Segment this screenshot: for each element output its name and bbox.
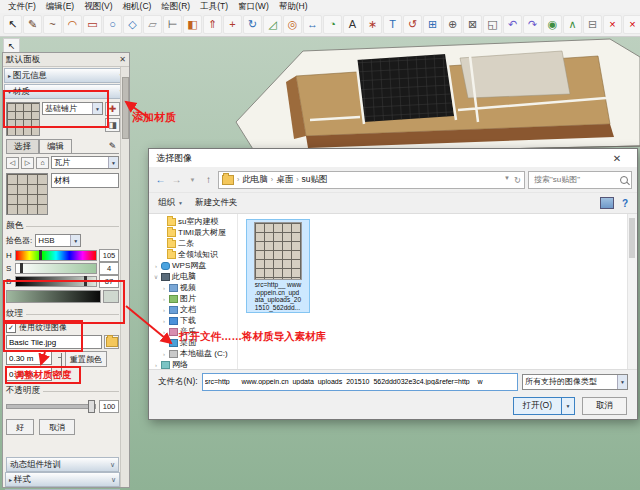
breadcrumb-desktop[interactable]: 桌面 — [276, 174, 293, 186]
menu-item[interactable]: 视图(V) — [79, 1, 117, 13]
axes-tool-icon[interactable]: ∗ — [363, 15, 382, 34]
rectangle-tool-icon[interactable]: ▭ — [83, 15, 102, 34]
walk-tool-icon[interactable]: ∧ — [563, 15, 582, 34]
opacity-slider-thumb[interactable] — [88, 400, 95, 413]
expander-icon[interactable]: ∨ — [153, 273, 159, 280]
section-header-materials[interactable]: ▾ 材质 ∨ — [4, 84, 128, 99]
dialog-cancel-button[interactable]: 取消 — [582, 397, 627, 415]
back-arrow-icon[interactable]: ◁ — [6, 157, 19, 169]
texture-height-input[interactable] — [6, 367, 52, 381]
menu-item[interactable]: 相机(C) — [118, 1, 157, 13]
section-header-entity-info[interactable]: ▸ 图元信息 ∨ — [4, 68, 128, 83]
expander-icon[interactable]: › — [153, 263, 159, 269]
arc-tool-icon[interactable]: ◠ — [63, 15, 82, 34]
menu-item[interactable]: 帮助(H) — [274, 1, 313, 13]
move-tool-icon[interactable]: + — [223, 15, 242, 34]
color-slider-value[interactable]: 105 — [99, 249, 119, 262]
circle-tool-icon[interactable]: ○ — [103, 15, 122, 34]
tree-item[interactable]: › 下载 — [149, 315, 237, 326]
color-slider-track[interactable] — [15, 250, 97, 261]
tree-item[interactable]: ∨ 此电脑 — [149, 271, 237, 282]
3d-text-tool-icon[interactable]: T — [383, 15, 402, 34]
texture-preview-swatch[interactable] — [6, 173, 48, 215]
tree-item[interactable]: › 图片 — [149, 293, 237, 304]
tab-edit[interactable]: 编辑 — [39, 139, 72, 153]
menu-item[interactable]: 窗口(W) — [233, 1, 274, 13]
paint-bucket-tool-icon[interactable]: ◧ — [183, 15, 202, 34]
secondary-pane-button[interactable]: ◨ — [105, 118, 120, 132]
aspect-ratio-link-icon[interactable] — [55, 353, 62, 377]
back-nav-icon[interactable]: ← — [154, 173, 167, 187]
color-slider-value[interactable]: 4 — [99, 262, 119, 275]
slider-thumb[interactable] — [20, 263, 23, 273]
menu-item[interactable]: 工具(T) — [195, 1, 233, 13]
push-pull-tool-icon[interactable]: ⇑ — [203, 15, 222, 34]
tape-measure-tool-icon[interactable]: ⊢ — [163, 15, 182, 34]
freehand-tool-icon[interactable]: ~ — [43, 15, 62, 34]
text-tool-icon[interactable]: A — [343, 15, 362, 34]
reset-color-button[interactable]: 重置颜色 — [65, 351, 107, 367]
open-split-arrow-icon[interactable]: ▼ — [561, 398, 574, 414]
polygon-tool-icon[interactable]: ◇ — [123, 15, 142, 34]
material-name-field[interactable] — [51, 173, 119, 188]
search-input[interactable] — [532, 174, 616, 185]
filename-input[interactable] — [202, 373, 518, 391]
home-icon[interactable]: ⌂ — [36, 157, 49, 169]
sample-paint-eyedropper-icon[interactable]: ✎ — [106, 139, 119, 153]
plugin-close-icon-2[interactable]: × — [623, 15, 640, 34]
address-bar[interactable]: › 此电脑 › 桌面 › su贴图 ▼ ↻ — [218, 171, 525, 189]
color-picker-dropdown[interactable]: HSB ▼ — [35, 234, 81, 247]
next-view-icon[interactable]: ↷ — [523, 15, 542, 34]
history-dropdown-icon[interactable]: ▼ — [186, 173, 199, 187]
tree-item[interactable]: su室内建模 — [149, 216, 237, 227]
file-list-area[interactable]: src=http__ www .oppein.cn_upd ata_upload… — [238, 214, 627, 369]
scale-tool-icon[interactable]: ◿ — [263, 15, 282, 34]
section-plane-tool-icon[interactable]: ⊟ — [583, 15, 602, 34]
dialog-close-icon[interactable]: ✕ — [604, 153, 630, 164]
select-tool-icon[interactable]: ↖ — [3, 15, 22, 34]
tree-item[interactable]: 全领域知识 — [149, 249, 237, 260]
dimension-tool-icon[interactable]: ↔ — [303, 15, 322, 34]
dialog-title-bar[interactable]: 选择图像 ✕ — [149, 149, 637, 167]
open-button[interactable]: 打开(O) ▼ — [513, 397, 575, 415]
zoom-tool-icon[interactable]: ⊕ — [443, 15, 462, 34]
color-slider-value[interactable]: 87 — [99, 275, 119, 288]
rotate-tool-icon[interactable]: ↻ — [243, 15, 262, 34]
expander-icon[interactable]: › — [161, 285, 167, 291]
tree-item[interactable]: TIMI最大树屋 — [149, 227, 237, 238]
breadcrumb-this-pc[interactable]: 此电脑 — [242, 174, 268, 186]
up-nav-icon[interactable]: ↑ — [202, 173, 215, 187]
tree-item[interactable]: › 网络 — [149, 359, 237, 369]
tray-scrollbar[interactable] — [120, 67, 129, 487]
texture-width-input[interactable] — [6, 351, 52, 365]
position-camera-tool-icon[interactable]: ◉ — [543, 15, 562, 34]
orbit-tool-icon[interactable]: ↺ — [403, 15, 422, 34]
browse-texture-button[interactable] — [104, 335, 119, 349]
protractor-tool-icon[interactable]: ◔ — [323, 15, 342, 34]
forward-nav-icon[interactable]: → — [170, 173, 183, 187]
tree-item[interactable]: › 本地磁盘 (C:) — [149, 348, 237, 359]
new-folder-button[interactable]: 新建文件夹 — [195, 197, 238, 209]
menu-item[interactable]: 绘图(R) — [156, 1, 195, 13]
opacity-value[interactable]: 100 — [99, 400, 119, 413]
use-texture-checkbox[interactable]: ✓ — [6, 323, 16, 333]
zoom-extents-tool-icon[interactable]: ◱ — [483, 15, 502, 34]
zoom-window-tool-icon[interactable]: ⊠ — [463, 15, 482, 34]
previous-view-icon[interactable]: ↶ — [503, 15, 522, 34]
breadcrumb-current-folder[interactable]: su贴图 — [302, 174, 328, 186]
tree-item[interactable]: › WPS网盘 — [149, 260, 237, 271]
slider-thumb[interactable] — [39, 250, 42, 260]
color-gradient-bar[interactable] — [6, 290, 101, 303]
slider-thumb[interactable] — [84, 276, 87, 286]
ok-button[interactable]: 好 — [6, 419, 34, 435]
offset-tool-icon[interactable]: ◎ — [283, 15, 302, 34]
selected-file-item[interactable]: src=http__ www .oppein.cn_upd ata_upload… — [246, 219, 310, 313]
expander-icon[interactable]: › — [161, 351, 167, 357]
tab-select[interactable]: 选择 — [6, 139, 39, 153]
file-thumbnail[interactable] — [254, 222, 302, 280]
tree-item[interactable]: › 音乐 — [149, 326, 237, 337]
plugin-close-icon-1[interactable]: × — [603, 15, 622, 34]
filetype-dropdown[interactable]: 所有支持的图像类型 ▼ — [522, 374, 628, 390]
select-cursor-icon[interactable]: ↖ — [3, 38, 20, 53]
color-slider-track[interactable] — [15, 276, 97, 287]
